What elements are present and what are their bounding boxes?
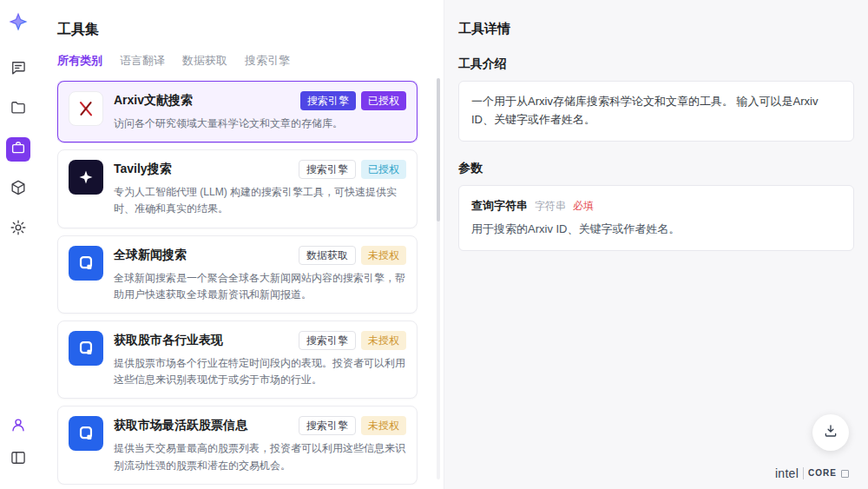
app-window: 工具集 所有类别 语言翻译 数据获取 搜索引擎 Arxiv文献搜索 [0, 0, 868, 489]
tool-list-panel: 工具集 所有类别 语言翻译 数据获取 搜索引擎 Arxiv文献搜索 [36, 0, 444, 489]
tab-search-engine[interactable]: 搜索引擎 [245, 53, 290, 69]
tool-description: 提供股票市场各个行业在特定时间段内的表现。投资者可以利用这些信息来识别表现优于或… [114, 355, 406, 388]
auth-status-badge: 已授权 [361, 160, 406, 179]
scrollbar-track [437, 78, 440, 479]
blue-q-logo-icon [69, 246, 103, 281]
param-required-badge: 必填 [573, 198, 594, 215]
tool-card-tavily[interactable]: Tavily搜索 搜索引擎 已授权 专为人工智能代理 (LLM) 构建的搜索引擎… [57, 149, 418, 228]
category-badge: 搜索引擎 [299, 331, 356, 350]
user-icon [10, 416, 27, 437]
tool-card-arxiv[interactable]: Arxiv文献搜索 搜索引擎 已授权 访问各个研究领域大量科学论文和文章的存储库… [57, 81, 418, 142]
tool-card-active-stocks[interactable]: 获取市场最活跃股票信息 搜索引擎 未授权 提供当天交易量最高的股票列表，投资者可… [57, 406, 418, 484]
tool-description: 提供当天交易量最高的股票列表，投资者可以利用这些信息来识别流动性强的股票和潜在的… [114, 440, 406, 473]
chat-icon [10, 59, 27, 80]
tavily-star-icon [69, 160, 103, 195]
intel-core-logo: intel CORE [775, 466, 849, 480]
auth-status-badge: 已授权 [361, 91, 406, 110]
param-description: 用于搜索的Arxiv ID、关键字或作者姓名。 [471, 221, 841, 239]
intro-heading: 工具介绍 [458, 56, 854, 72]
briefcase-icon [10, 140, 26, 159]
tool-description: 访问各个研究领域大量科学论文和文章的存储库。 [114, 116, 406, 132]
category-badge: 数据获取 [299, 246, 356, 265]
tool-list: Arxiv文献搜索 搜索引擎 已授权 访问各个研究领域大量科学论文和文章的存储库… [57, 81, 418, 485]
arxiv-logo-icon [69, 91, 103, 126]
nav-plugins[interactable] [6, 177, 30, 202]
category-badge: 搜索引擎 [299, 416, 356, 435]
nav-chat[interactable] [6, 57, 30, 82]
nav-settings[interactable] [6, 217, 30, 241]
core-wordmark: CORE [803, 467, 837, 479]
page-title: 工具集 [57, 21, 418, 39]
tab-all-categories[interactable]: 所有类别 [57, 53, 102, 69]
nav-account[interactable] [6, 414, 30, 439]
tool-card-stock-sectors[interactable]: 获取股市各行业表现 搜索引擎 未授权 提供股票市场各个行业在特定时间段内的表现。… [57, 320, 418, 399]
auth-status-badge: 未授权 [361, 416, 406, 435]
download-button[interactable] [812, 414, 849, 451]
tool-intro-text: 一个用于从Arxiv存储库搜索科学论文和文章的工具。 输入可以是Arxiv ID… [458, 81, 854, 142]
tab-data-fetching[interactable]: 数据获取 [182, 53, 227, 69]
param-type: 字符串 [535, 198, 566, 215]
auth-status-badge: 未授权 [361, 331, 406, 350]
nav-rail [0, 0, 36, 489]
nav-collapse[interactable] [6, 447, 30, 472]
detail-title: 工具详情 [458, 21, 854, 37]
param-card: 查询字符串 字符串 必填 用于搜索的Arxiv ID、关键字或作者姓名。 [458, 185, 854, 252]
blue-q-logo-icon [69, 416, 103, 451]
category-badge: 搜索引擎 [300, 91, 356, 110]
cube-icon [10, 179, 27, 200]
tool-description: 全球新闻搜索是一个聚合全球各大新闻网站内容的搜索引擎，帮助用户快速获取全球最新资… [114, 270, 406, 303]
auth-status-badge: 未授权 [361, 246, 406, 265]
tool-description: 专为人工智能代理 (LLM) 构建的搜索引擎工具，可快速提供实时、准确和真实的结… [114, 184, 406, 217]
core-badge-box [841, 470, 849, 478]
blue-q-logo-icon [69, 331, 103, 366]
tool-name: 获取股市各行业表现 [114, 331, 223, 348]
params-heading: 参数 [458, 161, 854, 176]
download-icon [823, 423, 838, 442]
category-badge: 搜索引擎 [299, 160, 356, 179]
tool-card-global-news[interactable]: 全球新闻搜索 数据获取 未授权 全球新闻搜索是一个聚合全球各大新闻网站内容的搜索… [57, 235, 418, 314]
nav-files[interactable] [6, 97, 30, 122]
tab-language-translation[interactable]: 语言翻译 [120, 53, 165, 69]
param-name: 查询字符串 [471, 197, 528, 215]
category-tabs: 所有类别 语言翻译 数据获取 搜索引擎 [57, 53, 418, 69]
folder-icon [10, 99, 27, 120]
panel-layout-icon [10, 449, 27, 470]
tool-detail-panel: 工具详情 工具介绍 一个用于从Arxiv存储库搜索科学论文和文章的工具。 输入可… [444, 0, 868, 489]
tool-name: 全球新闻搜索 [114, 246, 187, 263]
scrollbar-thumb[interactable] [437, 78, 440, 221]
tool-name: 获取市场最活跃股票信息 [114, 416, 247, 433]
tool-name: Tavily搜索 [114, 160, 172, 177]
gear-icon [10, 219, 27, 240]
tool-name: Arxiv文献搜索 [114, 91, 193, 109]
nav-tools[interactable] [6, 137, 30, 162]
app-logo [7, 10, 30, 33]
intel-wordmark: intel [775, 466, 799, 480]
